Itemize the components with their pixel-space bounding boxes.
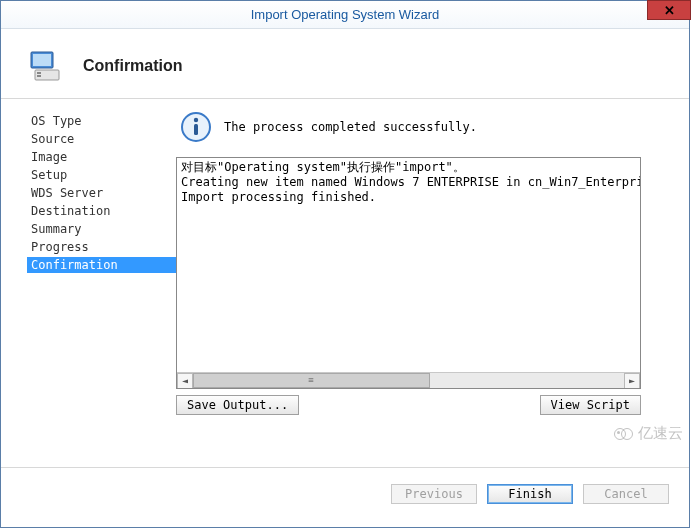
sidebar-item-wds-server[interactable]: WDS Server xyxy=(27,185,176,201)
scroll-thumb[interactable]: ≡ xyxy=(193,373,430,388)
page-title: Confirmation xyxy=(83,57,183,75)
svg-point-6 xyxy=(194,118,198,122)
scroll-right-arrow-icon[interactable]: ► xyxy=(624,373,640,389)
sidebar-item-progress[interactable]: Progress xyxy=(27,239,176,255)
close-icon: ✕ xyxy=(664,3,675,18)
log-output[interactable]: 对目标"Operating system"执行操作"import"。 Creat… xyxy=(176,157,641,389)
finish-button[interactable]: Finish xyxy=(487,484,573,504)
wizard-header: Confirmation xyxy=(1,29,689,99)
save-output-button[interactable]: Save Output... xyxy=(176,395,299,415)
sidebar-item-summary[interactable]: Summary xyxy=(27,221,176,237)
cancel-button: Cancel xyxy=(583,484,669,504)
sidebar-item-image[interactable]: Image xyxy=(27,149,176,165)
log-line: Creating new item named Windows 7 ENTERP… xyxy=(181,175,641,189)
scroll-left-arrow-icon[interactable]: ◄ xyxy=(177,373,193,389)
close-button[interactable]: ✕ xyxy=(647,0,691,20)
log-line: 对目标"Operating system"执行操作"import"。 xyxy=(181,160,465,174)
sidebar-item-os-type[interactable]: OS Type xyxy=(27,113,176,129)
sidebar-item-setup[interactable]: Setup xyxy=(27,167,176,183)
previous-button: Previous xyxy=(391,484,477,504)
wizard-footer: Previous Finish Cancel xyxy=(1,467,689,519)
horizontal-scrollbar[interactable]: ◄ ≡ ► xyxy=(177,372,640,388)
sidebar-item-confirmation[interactable]: Confirmation xyxy=(27,257,177,273)
sidebar-item-source[interactable]: Source xyxy=(27,131,176,147)
svg-rect-7 xyxy=(194,124,198,135)
action-row: Save Output... View Script xyxy=(176,395,641,415)
info-icon xyxy=(180,111,212,143)
titlebar: Import Operating System Wizard ✕ xyxy=(1,1,689,29)
log-line: Import processing finished. xyxy=(181,190,376,204)
status-text: The process completed successfully. xyxy=(224,120,477,134)
computer-icon xyxy=(25,46,65,86)
view-script-button[interactable]: View Script xyxy=(540,395,641,415)
steps-sidebar: OS Type Source Image Setup WDS Server De… xyxy=(1,99,176,467)
wizard-window: Import Operating System Wizard ✕ Confirm… xyxy=(0,0,690,528)
svg-rect-1 xyxy=(33,54,51,66)
window-title: Import Operating System Wizard xyxy=(251,7,440,22)
status-row: The process completed successfully. xyxy=(176,107,675,157)
sidebar-item-destination[interactable]: Destination xyxy=(27,203,176,219)
wizard-body: OS Type Source Image Setup WDS Server De… xyxy=(1,99,689,467)
main-panel: The process completed successfully. 对目标"… xyxy=(176,99,689,467)
scroll-track[interactable]: ≡ xyxy=(193,373,624,388)
svg-rect-4 xyxy=(37,75,41,77)
svg-rect-3 xyxy=(37,72,41,74)
